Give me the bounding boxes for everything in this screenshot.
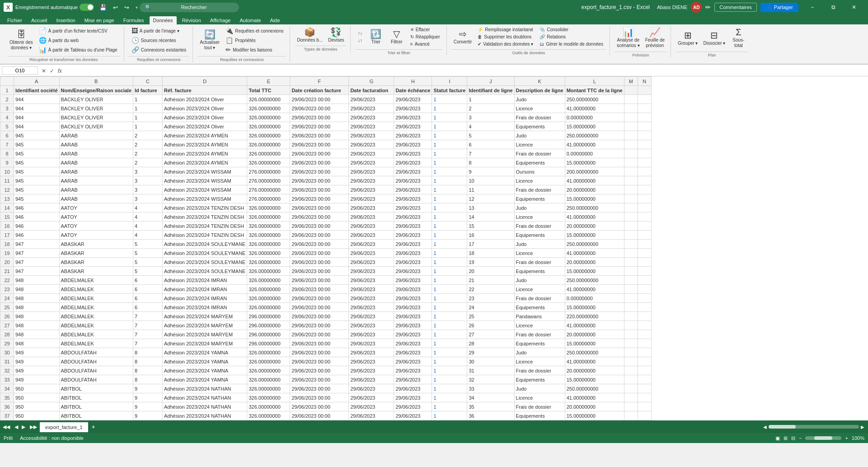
- table-cell[interactable]: Frais de dossier: [514, 294, 565, 303]
- table-cell[interactable]: Frais de dossier: [514, 185, 565, 194]
- user-avatar[interactable]: AD: [691, 2, 702, 13]
- table-cell[interactable]: 29/06/2023: [394, 303, 432, 312]
- table-cell[interactable]: 29/06/2023 00:00: [290, 393, 349, 402]
- table-cell[interactable]: 29/06/2023: [349, 194, 394, 203]
- table-cell[interactable]: 950: [14, 384, 60, 393]
- table-cell[interactable]: [638, 104, 651, 113]
- table-cell[interactable]: 7: [467, 149, 514, 158]
- table-cell[interactable]: Equipements: [514, 303, 565, 312]
- table-cell[interactable]: 945: [14, 194, 60, 203]
- table-cell[interactable]: AATOY: [59, 231, 133, 240]
- table-cell[interactable]: 947: [14, 249, 60, 258]
- table-cell[interactable]: 2: [133, 131, 163, 140]
- table-cell[interactable]: 8: [133, 375, 163, 384]
- col-header-C[interactable]: C: [133, 77, 163, 86]
- table-cell[interactable]: [638, 140, 651, 149]
- table-cell[interactable]: 276.00000000: [247, 167, 290, 176]
- table-cell[interactable]: 15.00000000: [565, 158, 624, 167]
- table-cell[interactable]: 28: [467, 339, 514, 348]
- menu-insertion[interactable]: Insertion: [52, 16, 79, 24]
- table-cell[interactable]: 945: [14, 131, 60, 140]
- table-cell[interactable]: 326.00000000: [247, 393, 290, 402]
- table-cell[interactable]: [624, 303, 638, 312]
- refresh-all-button[interactable]: 🔄 Actualisertout ▾: [197, 28, 222, 52]
- table-cell[interactable]: 326.00000000: [247, 95, 290, 104]
- table-cell[interactable]: 1: [432, 95, 467, 104]
- restore-button[interactable]: ⧉: [823, 0, 844, 14]
- table-cell[interactable]: 944: [14, 104, 60, 113]
- table-cell[interactable]: 944: [14, 95, 60, 104]
- table-cell[interactable]: Equipements: [514, 194, 565, 203]
- table-cell[interactable]: 326.00000000: [247, 348, 290, 357]
- table-cell[interactable]: AARAB: [59, 194, 133, 203]
- table-cell[interactable]: ABASKAR: [59, 267, 133, 276]
- table-cell[interactable]: 1: [133, 122, 163, 131]
- table-cell[interactable]: [638, 95, 651, 104]
- table-cell[interactable]: 29/06/2023: [394, 131, 432, 140]
- table-cell[interactable]: 29/06/2023: [349, 131, 394, 140]
- table-cell[interactable]: 33: [467, 384, 514, 393]
- from-text-button[interactable]: 📄 À partir d'un fichier texte/CSV: [36, 26, 120, 35]
- table-cell[interactable]: 29/06/2023: [349, 258, 394, 267]
- menu-formules[interactable]: Formules: [120, 16, 148, 24]
- table-cell[interactable]: 250.00000000: [565, 384, 624, 393]
- table-cell[interactable]: 1: [432, 104, 467, 113]
- table-cell[interactable]: [624, 240, 638, 249]
- convert-button[interactable]: ⇨ Convertir: [451, 28, 474, 46]
- table-cell[interactable]: [638, 231, 651, 240]
- connections-button[interactable]: 🔌 Requêtes et connexions: [223, 26, 286, 35]
- auto-save-toggle[interactable]: [80, 4, 94, 11]
- table-cell[interactable]: 15.00000000: [565, 303, 624, 312]
- header-cell-K1[interactable]: Description de ligne: [514, 86, 565, 95]
- table-cell[interactable]: 946: [14, 212, 60, 222]
- table-cell[interactable]: 1: [432, 113, 467, 122]
- table-cell[interactable]: 29/06/2023 00:00: [290, 249, 349, 258]
- col-header-M[interactable]: M: [624, 77, 638, 86]
- table-cell[interactable]: ABASKAR: [59, 240, 133, 249]
- table-cell[interactable]: 296.00000000: [247, 339, 290, 348]
- close-button[interactable]: ✕: [844, 0, 864, 14]
- table-cell[interactable]: [624, 339, 638, 348]
- table-cell[interactable]: [638, 357, 651, 366]
- table-cell[interactable]: 29/06/2023 00:00: [290, 140, 349, 149]
- table-cell[interactable]: 1: [432, 185, 467, 194]
- table-cell[interactable]: BACKLEY OLIVER: [59, 95, 133, 104]
- header-cell-D1[interactable]: Réf. facture: [163, 86, 247, 95]
- table-cell[interactable]: ABDELMALEK: [59, 303, 133, 312]
- table-cell[interactable]: 29/06/2023 00:00: [290, 294, 349, 303]
- table-cell[interactable]: 29/06/2023: [394, 176, 432, 185]
- table-cell[interactable]: 29/06/2023: [394, 249, 432, 258]
- table-cell[interactable]: 29/06/2023 00:00: [290, 122, 349, 131]
- table-cell[interactable]: 1: [432, 258, 467, 267]
- table-cell[interactable]: 276.00000000: [247, 185, 290, 194]
- table-cell[interactable]: [624, 158, 638, 167]
- table-cell[interactable]: Licence: [514, 104, 565, 113]
- relations-button[interactable]: 🔗 Relations: [537, 33, 606, 40]
- table-cell[interactable]: 15.00000000: [565, 194, 624, 203]
- table-cell[interactable]: 3: [133, 194, 163, 203]
- table-cell[interactable]: [638, 167, 651, 176]
- table-cell[interactable]: [624, 267, 638, 276]
- add-sheet-button[interactable]: +: [88, 422, 99, 431]
- grid-container[interactable]: A B C D E F G H I J K L M N: [0, 76, 868, 420]
- subtotal-button[interactable]: Σ Sous-total: [728, 26, 748, 50]
- table-cell[interactable]: Frais de dossier: [514, 402, 565, 411]
- table-cell[interactable]: BACKLEY OLIVER: [59, 113, 133, 122]
- sheet-nav-right[interactable]: ▶▶: [27, 424, 40, 430]
- properties-button[interactable]: 📋 Propriétés: [223, 36, 286, 45]
- table-cell[interactable]: 250.00000000: [565, 95, 624, 104]
- table-cell[interactable]: 41.00000000: [565, 176, 624, 185]
- table-cell[interactable]: [624, 231, 638, 240]
- table-cell[interactable]: 29/06/2023 00:00: [290, 194, 349, 203]
- table-cell[interactable]: 29/06/2023: [349, 231, 394, 240]
- table-cell[interactable]: 29/06/2023: [394, 267, 432, 276]
- table-cell[interactable]: 24: [467, 303, 514, 312]
- table-cell[interactable]: Licence: [514, 393, 565, 402]
- table-cell[interactable]: 948: [14, 321, 60, 330]
- table-cell[interactable]: Adhésion 2023/2024 AYMEN: [163, 131, 247, 140]
- table-cell[interactable]: AARAB: [59, 167, 133, 176]
- table-cell[interactable]: 41.00000000: [565, 104, 624, 113]
- table-cell[interactable]: 6: [133, 294, 163, 303]
- table-cell[interactable]: 11: [467, 185, 514, 194]
- name-box[interactable]: [2, 66, 38, 75]
